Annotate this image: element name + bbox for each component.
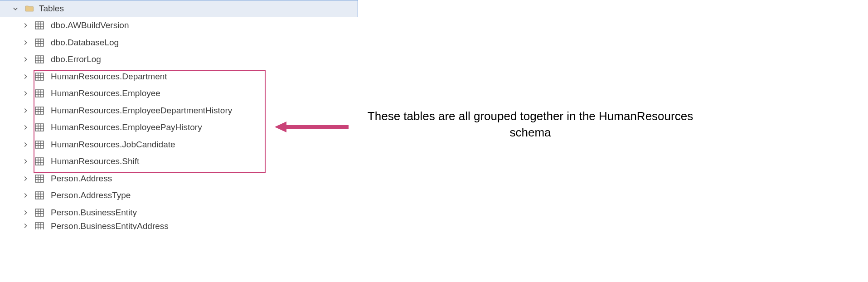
- svg-rect-20: [35, 90, 44, 97]
- tree-item-label: Person.Address: [51, 174, 112, 184]
- tree-item-label: dbo.DatabaseLog: [51, 38, 119, 48]
- table-icon: [34, 190, 44, 200]
- chevron-right-icon[interactable]: [21, 157, 30, 166]
- tree-item-table[interactable]: HumanResources.Shift: [0, 153, 358, 170]
- svg-rect-10: [35, 56, 44, 63]
- chevron-right-icon[interactable]: [21, 21, 30, 30]
- tree-item-table[interactable]: Person.AddressType: [0, 187, 358, 204]
- chevron-right-icon[interactable]: [21, 38, 30, 47]
- table-icon: [34, 122, 44, 132]
- tree-item-table[interactable]: HumanResources.EmployeePayHistory: [0, 119, 358, 136]
- tree-item-table[interactable]: HumanResources.JobCandidate: [0, 136, 358, 153]
- tree-item-label: dbo.ErrorLog: [51, 54, 101, 64]
- tree-item-label: HumanResources.Employee: [51, 88, 160, 98]
- table-icon: [34, 174, 44, 184]
- tree-item-label: Person.BusinessEntityAddress: [51, 221, 169, 229]
- svg-rect-25: [35, 107, 44, 114]
- tree-item-table[interactable]: dbo.DatabaseLog: [0, 34, 358, 51]
- tree-item-label: dbo.AWBuildVersion: [51, 20, 129, 30]
- tree-item-table[interactable]: dbo.AWBuildVersion: [0, 17, 358, 34]
- tree-panel: Tables dbo.AWBuildVersion dbo.DatabaseLo…: [0, 0, 358, 282]
- tree-item-label: HumanResources.JobCandidate: [51, 140, 175, 150]
- chevron-right-icon[interactable]: [21, 72, 30, 81]
- chevron-right-icon[interactable]: [21, 221, 30, 229]
- table-icon: [34, 106, 44, 116]
- tree-item-label: Person.AddressType: [51, 190, 131, 200]
- table-icon: [34, 208, 44, 218]
- tree-item-table[interactable]: dbo.ErrorLog: [0, 51, 358, 68]
- tree-item-table[interactable]: HumanResources.Employee: [0, 85, 358, 102]
- tree-item-label: Person.BusinessEntity: [51, 208, 137, 218]
- chevron-right-icon[interactable]: [21, 55, 30, 64]
- chevron-right-icon[interactable]: [21, 123, 30, 132]
- tree-item-label: HumanResources.EmployeeDepartmentHistory: [51, 106, 232, 116]
- tree-item-table[interactable]: HumanResources.Department: [0, 68, 358, 85]
- svg-rect-50: [35, 192, 44, 199]
- chevron-right-icon[interactable]: [21, 174, 30, 183]
- svg-rect-40: [35, 158, 44, 165]
- chevron-right-icon[interactable]: [21, 191, 30, 200]
- svg-rect-15: [35, 73, 44, 80]
- chevron-right-icon[interactable]: [21, 89, 30, 98]
- chevron-right-icon[interactable]: [21, 208, 30, 217]
- table-icon: [34, 221, 44, 229]
- svg-rect-35: [35, 141, 44, 148]
- tree-item-label: HumanResources.Shift: [51, 156, 139, 166]
- table-icon: [34, 156, 44, 166]
- svg-rect-5: [35, 39, 44, 46]
- svg-rect-0: [35, 22, 44, 29]
- table-icon: [34, 20, 44, 30]
- chevron-down-icon[interactable]: [11, 4, 20, 13]
- tree-item-label: HumanResources.EmployeePayHistory: [51, 122, 202, 132]
- svg-rect-30: [35, 124, 44, 131]
- tree-item-table[interactable]: HumanResources.EmployeeDepartmentHistory: [0, 102, 358, 119]
- folder-icon: [24, 4, 34, 14]
- tree-root-tables[interactable]: Tables: [0, 0, 358, 17]
- annotation-text: These tables are all grouped together in…: [358, 108, 703, 141]
- tree-item-table[interactable]: Person.BusinessEntityAddress: [0, 221, 358, 229]
- svg-rect-60: [35, 223, 44, 229]
- table-icon: [34, 88, 44, 98]
- chevron-right-icon[interactable]: [21, 140, 30, 149]
- tree-item-table[interactable]: Person.Address: [0, 170, 358, 187]
- table-icon: [34, 72, 44, 82]
- table-icon: [34, 54, 44, 64]
- table-icon: [34, 38, 44, 48]
- tree-root-label: Tables: [39, 4, 64, 14]
- svg-rect-55: [35, 209, 44, 216]
- tree-item-table[interactable]: Person.BusinessEntity: [0, 204, 358, 221]
- table-icon: [34, 140, 44, 150]
- chevron-right-icon[interactable]: [21, 106, 30, 115]
- tree-item-label: HumanResources.Department: [51, 72, 167, 82]
- svg-rect-45: [35, 175, 44, 182]
